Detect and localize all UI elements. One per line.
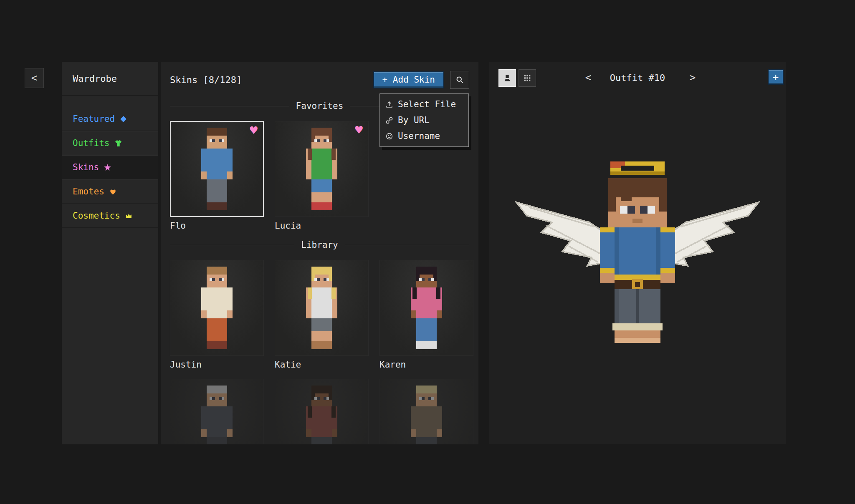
section-title: Library <box>301 240 338 250</box>
skin-grid: JustinKatieKaren <box>170 260 469 444</box>
sidebar-title: Wardrobe <box>62 62 158 96</box>
back-chevron-icon: < <box>31 72 37 84</box>
skin-cell: Justin <box>170 260 264 370</box>
skin-cell: Karen <box>379 260 473 370</box>
user-icon <box>385 132 393 140</box>
skin-cell <box>170 379 264 444</box>
sidebar-item-label: Cosmetics <box>73 211 120 221</box>
skin-name: Karen <box>379 360 473 370</box>
skin-sections: Favorites♥Flo♥LuciaLibraryJustinKatieKar… <box>161 101 478 444</box>
section-divider: Library <box>170 240 469 250</box>
sidebar-item-label: Emotes <box>73 186 104 197</box>
skin-card[interactable] <box>275 379 369 444</box>
outfit-preview-panel: < Outfit #10 > + <box>489 62 786 444</box>
add-outfit-button[interactable]: + <box>768 69 784 85</box>
diamond-icon <box>120 116 127 123</box>
sidebar-list: Featured Outfits Skins Emotes Cosmetics <box>62 107 158 228</box>
skin-card-justin[interactable] <box>170 260 264 356</box>
search-icon <box>455 76 464 84</box>
tshirt-icon <box>115 140 122 147</box>
skin-card-katie[interactable] <box>275 260 369 356</box>
divider-line <box>345 245 469 245</box>
skin-name: Lucia <box>275 221 369 231</box>
outfit-next-button[interactable]: > <box>686 70 699 85</box>
halo <box>610 161 665 175</box>
skin-cell: Katie <box>275 260 369 370</box>
skin-cell <box>379 379 473 444</box>
page-title: Skins [8/128] <box>170 75 242 85</box>
skin-cell <box>275 379 369 444</box>
menu-item-by-url[interactable]: By URL <box>380 112 468 128</box>
section-title: Favorites <box>296 101 344 111</box>
back-button[interactable]: < <box>25 68 44 88</box>
skin-cell: ♥Lucia <box>275 121 369 231</box>
sidebar-item-label: Featured <box>73 114 115 124</box>
sidebar-item-skins[interactable]: Skins <box>62 155 158 179</box>
outfit-title: Outfit #10 <box>489 73 786 83</box>
sidebar-item-outfits[interactable]: Outfits <box>62 131 158 155</box>
add-skin-button[interactable]: + Add Skin <box>373 71 444 88</box>
sidebar-item-label: Outfits <box>73 138 110 148</box>
content-header: Skins [8/128] + Add Skin <box>161 68 478 92</box>
skin-card-flo[interactable]: ♥ <box>170 121 264 217</box>
favorite-heart-icon[interactable]: ♥ <box>249 124 258 136</box>
menu-item-username[interactable]: Username <box>380 128 468 144</box>
link-icon <box>385 116 393 124</box>
search-button[interactable] <box>450 71 469 89</box>
skin-cell: ♥Flo <box>170 121 264 231</box>
star-icon <box>104 164 111 171</box>
character-preview[interactable] <box>491 156 784 353</box>
sidebar-item-label: Skins <box>73 162 99 172</box>
skin-name: Flo <box>170 221 264 231</box>
heart-icon <box>109 188 116 195</box>
skin-card[interactable] <box>379 379 473 444</box>
upload-icon <box>385 101 393 108</box>
sidebar-item-emotes[interactable]: Emotes <box>62 179 158 204</box>
add-skin-dropdown: Select File By URL Username <box>379 93 469 147</box>
skin-name: Justin <box>170 360 264 370</box>
sidebar-item-featured[interactable]: Featured <box>62 107 158 131</box>
skin-card[interactable] <box>170 379 264 444</box>
skin-card-lucia[interactable]: ♥ <box>275 121 369 217</box>
character-figure <box>491 156 784 353</box>
menu-item-label: Username <box>398 131 440 141</box>
crown-icon <box>125 212 132 219</box>
wardrobe-screen: < Wardrobe Featured Outfits Skins Emotes <box>0 0 855 504</box>
menu-item-label: By URL <box>398 115 430 125</box>
favorite-heart-icon[interactable]: ♥ <box>354 124 364 136</box>
skin-name: Katie <box>275 360 369 370</box>
divider-line <box>170 245 294 245</box>
menu-item-select-file[interactable]: Select File <box>380 96 468 112</box>
skin-card-karen[interactable] <box>379 260 473 356</box>
sidebar-item-cosmetics[interactable]: Cosmetics <box>62 204 158 228</box>
menu-item-label: Select File <box>398 99 456 109</box>
divider-line <box>170 106 289 106</box>
sidebar: Wardrobe Featured Outfits Skins Emotes C… <box>62 62 158 444</box>
